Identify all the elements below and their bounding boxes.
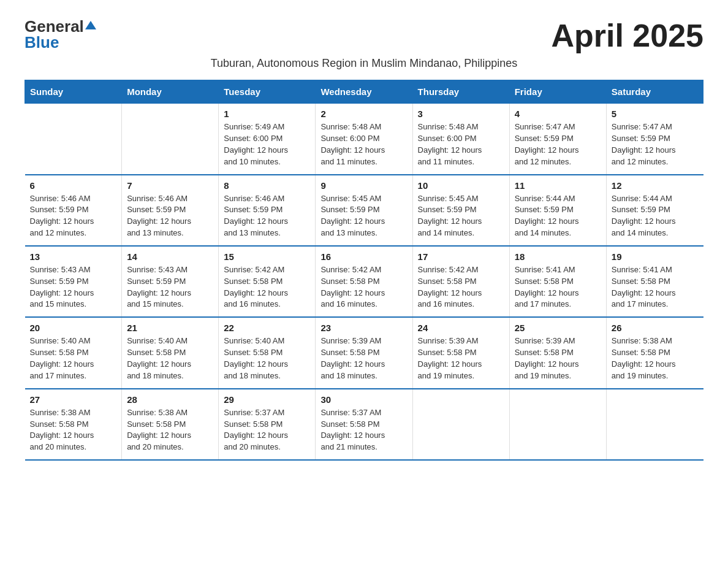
calendar-cell: 30Sunrise: 5:37 AM Sunset: 5:58 PM Dayli… xyxy=(316,389,412,460)
day-number: 17 xyxy=(418,251,504,262)
calendar-cell: 17Sunrise: 5:42 AM Sunset: 5:58 PM Dayli… xyxy=(412,246,509,317)
day-info: Sunrise: 5:41 AM Sunset: 5:58 PM Dayligh… xyxy=(515,264,601,310)
calendar-cell: 25Sunrise: 5:39 AM Sunset: 5:58 PM Dayli… xyxy=(509,317,606,388)
calendar-cell: 18Sunrise: 5:41 AM Sunset: 5:58 PM Dayli… xyxy=(509,246,606,317)
calendar-header-row: SundayMondayTuesdayWednesdayThursdayFrid… xyxy=(25,80,703,104)
calendar-cell: 24Sunrise: 5:39 AM Sunset: 5:58 PM Dayli… xyxy=(412,317,509,388)
calendar-table: SundayMondayTuesdayWednesdayThursdayFrid… xyxy=(25,80,703,461)
page-title: April 2025 xyxy=(551,18,703,53)
calendar-week-row: 27Sunrise: 5:38 AM Sunset: 5:58 PM Dayli… xyxy=(25,389,703,460)
day-number: 4 xyxy=(515,109,601,119)
day-info: Sunrise: 5:42 AM Sunset: 5:58 PM Dayligh… xyxy=(320,264,407,310)
day-number: 1 xyxy=(224,109,310,119)
logo-triangle-icon xyxy=(85,20,96,31)
day-info: Sunrise: 5:43 AM Sunset: 5:59 PM Dayligh… xyxy=(127,264,213,310)
day-info: Sunrise: 5:39 AM Sunset: 5:58 PM Dayligh… xyxy=(515,335,601,381)
calendar-cell: 7Sunrise: 5:46 AM Sunset: 5:59 PM Daylig… xyxy=(122,175,219,246)
day-number: 28 xyxy=(127,394,213,405)
calendar-cell: 26Sunrise: 5:38 AM Sunset: 5:58 PM Dayli… xyxy=(606,317,703,388)
day-info: Sunrise: 5:39 AM Sunset: 5:58 PM Dayligh… xyxy=(418,335,504,381)
weekday-header-sunday: Sunday xyxy=(25,80,122,104)
day-info: Sunrise: 5:47 AM Sunset: 5:59 PM Dayligh… xyxy=(515,121,601,167)
day-info: Sunrise: 5:38 AM Sunset: 5:58 PM Dayligh… xyxy=(127,407,213,453)
day-info: Sunrise: 5:40 AM Sunset: 5:58 PM Dayligh… xyxy=(30,335,117,381)
day-number: 26 xyxy=(612,323,699,333)
calendar-cell: 8Sunrise: 5:46 AM Sunset: 5:59 PM Daylig… xyxy=(219,175,316,246)
calendar-cell: 22Sunrise: 5:40 AM Sunset: 5:58 PM Dayli… xyxy=(219,317,316,388)
calendar-cell: 2Sunrise: 5:48 AM Sunset: 6:00 PM Daylig… xyxy=(316,104,412,175)
calendar-cell xyxy=(606,389,703,460)
day-info: Sunrise: 5:46 AM Sunset: 5:59 PM Dayligh… xyxy=(30,193,117,239)
day-number: 11 xyxy=(515,180,601,191)
day-number: 16 xyxy=(320,251,407,262)
calendar-cell: 27Sunrise: 5:38 AM Sunset: 5:58 PM Dayli… xyxy=(25,389,122,460)
calendar-cell: 11Sunrise: 5:44 AM Sunset: 5:59 PM Dayli… xyxy=(509,175,606,246)
calendar-cell: 9Sunrise: 5:45 AM Sunset: 5:59 PM Daylig… xyxy=(316,175,412,246)
day-number: 23 xyxy=(320,323,407,333)
day-info: Sunrise: 5:44 AM Sunset: 5:59 PM Dayligh… xyxy=(515,193,601,239)
day-number: 13 xyxy=(30,251,117,262)
day-info: Sunrise: 5:40 AM Sunset: 5:58 PM Dayligh… xyxy=(127,335,213,381)
calendar-cell: 4Sunrise: 5:47 AM Sunset: 5:59 PM Daylig… xyxy=(509,104,606,175)
calendar-cell: 13Sunrise: 5:43 AM Sunset: 5:59 PM Dayli… xyxy=(25,246,122,317)
calendar-cell: 15Sunrise: 5:42 AM Sunset: 5:58 PM Dayli… xyxy=(219,246,316,317)
day-number: 20 xyxy=(30,323,117,333)
day-info: Sunrise: 5:46 AM Sunset: 5:59 PM Dayligh… xyxy=(224,193,310,239)
day-number: 10 xyxy=(418,180,504,191)
day-info: Sunrise: 5:41 AM Sunset: 5:58 PM Dayligh… xyxy=(612,264,699,310)
calendar-cell: 5Sunrise: 5:47 AM Sunset: 5:59 PM Daylig… xyxy=(606,104,703,175)
calendar-week-row: 13Sunrise: 5:43 AM Sunset: 5:59 PM Dayli… xyxy=(25,246,703,317)
weekday-header-saturday: Saturday xyxy=(606,80,703,104)
calendar-week-row: 6Sunrise: 5:46 AM Sunset: 5:59 PM Daylig… xyxy=(25,175,703,246)
day-info: Sunrise: 5:37 AM Sunset: 5:58 PM Dayligh… xyxy=(224,407,310,453)
day-number: 2 xyxy=(320,109,407,119)
day-number: 25 xyxy=(515,323,601,333)
calendar-cell xyxy=(122,104,219,175)
day-number: 29 xyxy=(224,394,310,405)
day-info: Sunrise: 5:40 AM Sunset: 5:58 PM Dayligh… xyxy=(224,335,310,381)
day-info: Sunrise: 5:43 AM Sunset: 5:59 PM Dayligh… xyxy=(30,264,117,310)
day-number: 27 xyxy=(30,394,117,405)
logo-general: General xyxy=(25,18,84,34)
subtitle: Tuburan, Autonomous Region in Muslim Min… xyxy=(25,57,703,70)
day-number: 15 xyxy=(224,251,310,262)
svg-marker-0 xyxy=(85,21,96,29)
day-info: Sunrise: 5:49 AM Sunset: 6:00 PM Dayligh… xyxy=(224,121,310,167)
day-number: 24 xyxy=(418,323,504,333)
calendar-cell: 3Sunrise: 5:48 AM Sunset: 6:00 PM Daylig… xyxy=(412,104,509,175)
day-number: 14 xyxy=(127,251,213,262)
calendar-cell: 20Sunrise: 5:40 AM Sunset: 5:58 PM Dayli… xyxy=(25,317,122,388)
day-number: 18 xyxy=(515,251,601,262)
day-info: Sunrise: 5:45 AM Sunset: 5:59 PM Dayligh… xyxy=(418,193,504,239)
day-number: 19 xyxy=(612,251,699,262)
calendar-week-row: 20Sunrise: 5:40 AM Sunset: 5:58 PM Dayli… xyxy=(25,317,703,388)
logo-blue: Blue xyxy=(25,34,59,50)
calendar-cell: 16Sunrise: 5:42 AM Sunset: 5:58 PM Dayli… xyxy=(316,246,412,317)
day-number: 5 xyxy=(612,109,699,119)
day-info: Sunrise: 5:42 AM Sunset: 5:58 PM Dayligh… xyxy=(224,264,310,310)
day-info: Sunrise: 5:44 AM Sunset: 5:59 PM Dayligh… xyxy=(612,193,699,239)
day-info: Sunrise: 5:38 AM Sunset: 5:58 PM Dayligh… xyxy=(612,335,699,381)
calendar-cell: 1Sunrise: 5:49 AM Sunset: 6:00 PM Daylig… xyxy=(219,104,316,175)
calendar-cell xyxy=(412,389,509,460)
day-info: Sunrise: 5:45 AM Sunset: 5:59 PM Dayligh… xyxy=(320,193,407,239)
day-number: 3 xyxy=(418,109,504,119)
calendar-cell: 28Sunrise: 5:38 AM Sunset: 5:58 PM Dayli… xyxy=(122,389,219,460)
day-number: 21 xyxy=(127,323,213,333)
calendar-cell: 14Sunrise: 5:43 AM Sunset: 5:59 PM Dayli… xyxy=(122,246,219,317)
day-number: 9 xyxy=(320,180,407,191)
calendar-cell: 29Sunrise: 5:37 AM Sunset: 5:58 PM Dayli… xyxy=(219,389,316,460)
weekday-header-wednesday: Wednesday xyxy=(316,80,412,104)
day-info: Sunrise: 5:46 AM Sunset: 5:59 PM Dayligh… xyxy=(127,193,213,239)
day-number: 30 xyxy=(320,394,407,405)
day-info: Sunrise: 5:37 AM Sunset: 5:58 PM Dayligh… xyxy=(320,407,407,453)
calendar-cell: 10Sunrise: 5:45 AM Sunset: 5:59 PM Dayli… xyxy=(412,175,509,246)
day-info: Sunrise: 5:39 AM Sunset: 5:58 PM Dayligh… xyxy=(320,335,407,381)
weekday-header-monday: Monday xyxy=(122,80,219,104)
calendar-cell: 21Sunrise: 5:40 AM Sunset: 5:58 PM Dayli… xyxy=(122,317,219,388)
day-info: Sunrise: 5:48 AM Sunset: 6:00 PM Dayligh… xyxy=(418,121,504,167)
calendar-cell: 23Sunrise: 5:39 AM Sunset: 5:58 PM Dayli… xyxy=(316,317,412,388)
day-info: Sunrise: 5:48 AM Sunset: 6:00 PM Dayligh… xyxy=(320,121,407,167)
calendar-cell xyxy=(509,389,606,460)
day-number: 12 xyxy=(612,180,699,191)
